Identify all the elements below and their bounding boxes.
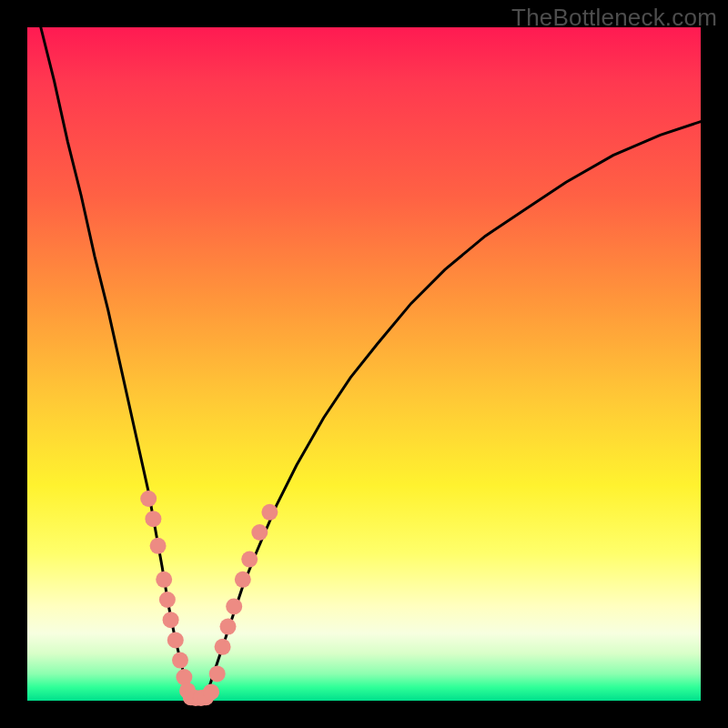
- marker-dot: [251, 524, 268, 541]
- chart-frame: TheBottleneck.com: [0, 0, 728, 728]
- marker-dot: [167, 632, 184, 648]
- marker-dots-group: [140, 490, 278, 706]
- marker-dot: [203, 683, 219, 700]
- marker-dot: [145, 511, 161, 527]
- marker-dot: [209, 665, 226, 682]
- marker-dot: [220, 619, 237, 635]
- marker-dot: [140, 490, 157, 507]
- marker-dot: [226, 598, 242, 614]
- marker-dot: [156, 571, 172, 588]
- marker-dot: [261, 504, 278, 521]
- marker-dot: [159, 592, 176, 608]
- marker-dot: [241, 551, 258, 568]
- chart-plot-area: [27, 27, 701, 701]
- chart-svg: [27, 27, 701, 701]
- marker-dot: [172, 652, 188, 669]
- bottleneck-curve-line: [41, 27, 701, 698]
- marker-dot: [163, 612, 179, 628]
- marker-dot: [235, 571, 251, 588]
- marker-dot: [215, 639, 231, 655]
- marker-dot: [150, 538, 167, 554]
